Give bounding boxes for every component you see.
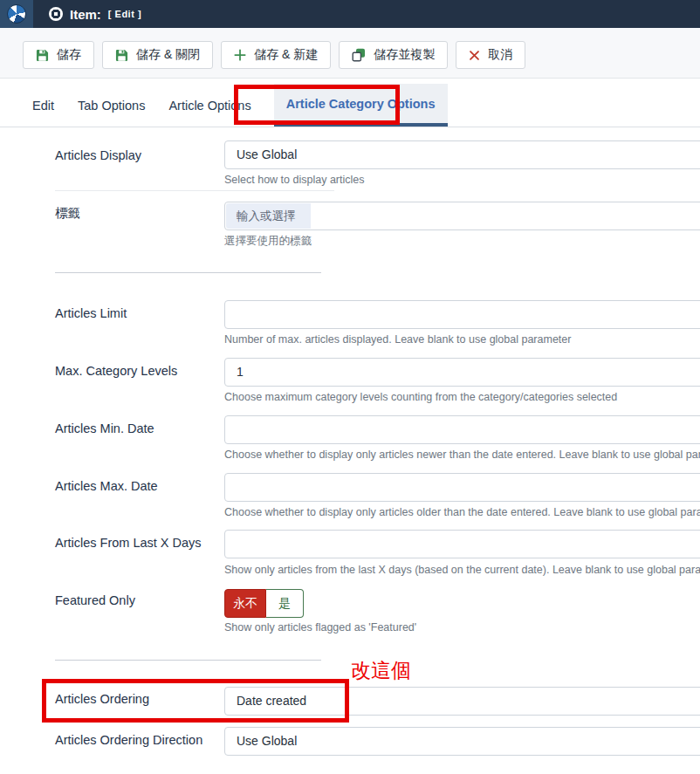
joomla-logo-icon [7,4,26,24]
page-title: Item: [70,7,101,22]
copy-icon [352,48,366,62]
tags-input[interactable]: 輸入或選擇 [224,202,700,230]
toolbar-buttons: 儲存 儲存 & 關閉 儲存 & 新建 儲存並複製 [23,41,525,69]
save-icon [36,49,49,62]
field-desc-tags: 選擇要使用的標籤 [224,234,312,249]
field-desc-max-category-levels: Choose maximum category levels counting … [224,391,617,403]
articles-ordering-direction-select[interactable]: Use Global [224,727,700,756]
section-divider [55,660,321,661]
field-desc-articles-display: Select how to display articles [224,174,365,186]
top-navbar: Item: [ Edit ] [0,0,700,28]
toolbar: 儲存 儲存 & 關閉 儲存 & 新建 儲存並複製 [0,28,700,79]
tab-edit[interactable]: Edit [31,84,55,127]
featured-only-never-button[interactable]: 永不 [224,589,266,618]
save-icon [115,49,128,62]
field-label-articles-ordering-direction: Articles Ordering Direction [55,733,202,747]
annotation-note: 改這個 [351,657,411,684]
annotation-box-active-tab [234,85,400,125]
field-label-articles-min-date: Articles Min. Date [55,421,154,435]
save-close-button[interactable]: 儲存 & 關閉 [102,41,213,69]
cancel-x-icon [469,50,480,61]
app-logo-tile[interactable] [0,0,33,28]
field-desc-articles-last-x-days: Show only articles from the last X days … [224,564,700,576]
field-desc-featured-only: Show only articles flagged as 'Featured' [224,621,416,634]
annotation-box-articles-ordering [42,679,349,723]
articles-limit-input[interactable] [224,300,700,329]
cancel-button-label: 取消 [488,47,512,63]
field-label-featured-only: Featured Only [55,593,135,607]
articles-display-select[interactable]: Use Global [224,140,700,169]
section-divider [55,190,334,191]
featured-only-yes-button[interactable]: 是 [266,589,304,618]
plus-icon [234,49,246,61]
articles-max-date-input[interactable] [224,473,700,502]
field-label-max-category-levels: Max. Category Levels [55,364,177,378]
save-button-label: 儲存 [57,47,81,63]
field-label-articles-display: Articles Display [55,148,141,162]
articles-last-x-days-input[interactable] [224,530,700,558]
max-category-levels-input[interactable]: 1 [224,358,700,387]
page-title-state: [ Edit ] [108,9,141,19]
item-circle-icon [49,7,63,21]
tags-placeholder[interactable]: 輸入或選擇 [226,203,311,229]
header-title-group: Item: [ Edit ] [49,0,141,28]
save-close-button-label: 儲存 & 關閉 [136,47,200,63]
save-new-button-label: 儲存 & 新建 [254,47,318,63]
field-label-articles-last-x-days: Articles From Last X Days [55,536,202,550]
featured-only-toggle: 永不 是 [224,589,304,618]
save-copy-button[interactable]: 儲存並複製 [339,41,448,69]
field-label-articles-max-date: Articles Max. Date [55,479,158,493]
save-button[interactable]: 儲存 [23,41,94,69]
field-label-articles-limit: Articles Limit [55,306,127,320]
field-desc-articles-limit: Number of max. articles displayed. Leave… [224,333,571,346]
articles-min-date-input[interactable] [224,415,700,444]
section-divider [55,272,321,273]
field-label-tags: 標籤 [55,205,80,222]
joomla-admin-page: Item: [ Edit ] 儲存 儲存 & 關閉 儲存 [0,0,700,774]
field-desc-articles-min-date: Choose whether to display only articles … [224,449,700,461]
cancel-button[interactable]: 取消 [456,41,525,69]
save-new-button[interactable]: 儲存 & 新建 [221,41,331,69]
field-desc-articles-max-date: Choose whether to display only articles … [224,506,700,518]
tab-tab-options[interactable]: Tab Options [77,84,146,127]
save-copy-button-label: 儲存並複製 [374,47,435,63]
